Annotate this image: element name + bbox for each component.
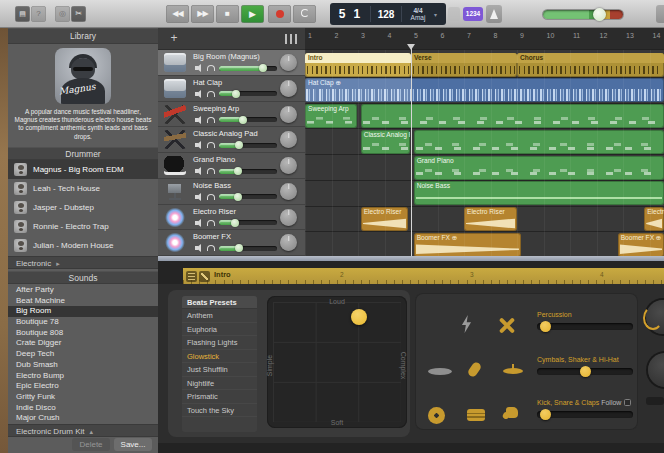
- sound-list-item[interactable]: Dub Smash: [8, 360, 158, 371]
- delete-button[interactable]: Delete: [72, 438, 110, 451]
- sound-list-item[interactable]: After Party: [8, 285, 158, 296]
- volume-thumb[interactable]: [239, 116, 247, 124]
- lcd-display[interactable]: 5 1 128 4/4 Amaj ▾: [330, 3, 446, 25]
- track-volume-slider[interactable]: [219, 91, 277, 96]
- track-volume-slider[interactable]: [219, 117, 277, 122]
- track-volume-slider[interactable]: [219, 246, 277, 251]
- rewind-button[interactable]: ◀◀: [166, 5, 189, 23]
- beats-preset-item[interactable]: Prismatic: [182, 390, 257, 404]
- sound-list-item[interactable]: Indie Disco: [8, 403, 158, 414]
- drummer-list-item[interactable]: Magnus - Big Room EDM: [8, 160, 158, 179]
- master-volume-slider[interactable]: [543, 10, 623, 19]
- solo-button[interactable]: [207, 244, 215, 252]
- sound-list-item[interactable]: Epic Electro: [8, 381, 158, 392]
- record-button[interactable]: [268, 5, 291, 23]
- mute-button[interactable]: [194, 219, 203, 227]
- solo-button[interactable]: [207, 64, 215, 72]
- kit-row-electronic-drum-kit[interactable]: Electronic Drum Kit▴: [8, 424, 158, 437]
- pan-knob[interactable]: [280, 183, 297, 200]
- volume-thumb[interactable]: [259, 64, 267, 72]
- kick-icon[interactable]: [428, 407, 445, 424]
- region-noise-bass[interactable]: Noise Bass: [414, 181, 664, 205]
- sound-list-item[interactable]: Big Room: [8, 306, 158, 317]
- editor-region-header[interactable]: Intro 234: [183, 268, 664, 284]
- sound-list-item[interactable]: Electro Bump: [8, 371, 158, 382]
- tuner-button[interactable]: [448, 7, 460, 21]
- solo-button[interactable]: [207, 167, 215, 175]
- volume-thumb[interactable]: [234, 193, 242, 201]
- genre-row-electronic[interactable]: Electronic▸: [8, 256, 158, 269]
- beats-preset-item[interactable]: Just Shufflin: [182, 363, 257, 377]
- pan-knob[interactable]: [280, 54, 297, 71]
- volume-thumb[interactable]: [231, 219, 239, 227]
- track-header-row[interactable]: Noise Bass: [158, 179, 305, 205]
- pan-knob[interactable]: [280, 209, 297, 226]
- region-segment[interactable]: [414, 130, 664, 154]
- pan-knob[interactable]: [280, 106, 297, 123]
- track-header-row[interactable]: Grand Piano: [158, 153, 305, 179]
- sound-list-item[interactable]: Gritty Funk: [8, 392, 158, 403]
- master-volume-thumb[interactable]: [593, 8, 606, 21]
- drummer-list-item[interactable]: Jasper - Dubstep: [8, 198, 158, 217]
- volume-thumb[interactable]: [235, 244, 243, 252]
- region-boomer-fx-[interactable]: Boomer FX ⊕: [618, 233, 664, 256]
- solo-button[interactable]: [207, 141, 215, 149]
- beats-preset-item[interactable]: Flashing Lights: [182, 336, 257, 350]
- clap-icon[interactable]: [503, 407, 518, 421]
- mixer-slider-thumb[interactable]: [580, 366, 591, 377]
- snare-icon[interactable]: [467, 409, 485, 421]
- stop-button[interactable]: ■: [216, 5, 239, 23]
- mixer-slider-cymbals-shaker-hi-hat[interactable]: [537, 368, 633, 375]
- sound-list-item[interactable]: Crate Digger: [8, 338, 158, 349]
- solo-button[interactable]: [207, 116, 215, 124]
- volume-thumb[interactable]: [235, 141, 243, 149]
- beats-preset-item[interactable]: Nightlife: [182, 377, 257, 391]
- follow-checkbox[interactable]: [624, 399, 631, 406]
- cymbal-icon[interactable]: [428, 368, 452, 375]
- sticks-icon[interactable]: [497, 317, 517, 333]
- track-volume-slider[interactable]: [219, 220, 277, 225]
- mixer-slider-kick-snare-claps[interactable]: [537, 411, 633, 418]
- edge-mini-button[interactable]: [646, 397, 664, 405]
- bar-ruler[interactable]: 1234567891011121314: [305, 28, 664, 50]
- xy-pad[interactable]: Loud Soft Simple Complex: [267, 296, 407, 428]
- mute-button[interactable]: [194, 90, 203, 98]
- forward-button[interactable]: ▶▶: [191, 5, 214, 23]
- track-header-row[interactable]: Boomer FX: [158, 230, 305, 256]
- region-electro-riser[interactable]: Electro Riser: [644, 207, 664, 231]
- region-grand-piano[interactable]: Grand Piano: [414, 156, 664, 180]
- pan-knob[interactable]: [280, 157, 297, 174]
- track-header-row[interactable]: Big Room (Magnus): [158, 50, 305, 76]
- mute-button[interactable]: [194, 193, 203, 201]
- volume-thumb[interactable]: [232, 90, 240, 98]
- beats-preset-item[interactable]: Glowstick: [182, 350, 257, 364]
- arrange-timeline[interactable]: 1234567891011121314 IntroVerseChorusHat …: [305, 28, 664, 256]
- smart-controls-button[interactable]: ◎: [55, 6, 70, 22]
- sound-list-item[interactable]: Major Crush: [8, 413, 158, 424]
- region-segment[interactable]: [361, 104, 664, 128]
- region-chorus[interactable]: Chorus: [517, 53, 664, 77]
- mute-button[interactable]: [194, 141, 203, 149]
- track-volume-slider[interactable]: [219, 143, 277, 148]
- track-header-row[interactable]: Hat Clap: [158, 76, 305, 102]
- track-volume-slider[interactable]: [219, 169, 277, 174]
- mute-button[interactable]: [194, 167, 203, 175]
- bolt-icon[interactable]: [460, 315, 473, 333]
- track-volume-slider[interactable]: [219, 194, 277, 199]
- shaker-icon[interactable]: [470, 362, 479, 377]
- save-button[interactable]: Save...: [114, 438, 152, 451]
- sound-list-item[interactable]: Beat Machine: [8, 296, 158, 307]
- sound-list-item[interactable]: Boutique 78: [8, 317, 158, 328]
- drummer-list-item[interactable]: Ronnie - Electro Trap: [8, 217, 158, 236]
- beats-preset-item[interactable]: Euphoria: [182, 323, 257, 337]
- pan-knob[interactable]: [280, 131, 297, 148]
- mixer-icon[interactable]: [285, 34, 297, 44]
- quick-help-button[interactable]: ?: [31, 6, 46, 22]
- solo-button[interactable]: [207, 193, 215, 201]
- metronome-button[interactable]: [486, 5, 502, 23]
- mixer-slider-percussion[interactable]: [537, 323, 633, 330]
- play-button[interactable]: ▶: [241, 5, 264, 23]
- mixer-slider-thumb[interactable]: [540, 321, 551, 332]
- drummer-list-item[interactable]: Leah - Tech House: [8, 179, 158, 198]
- hihat-icon[interactable]: [503, 364, 523, 378]
